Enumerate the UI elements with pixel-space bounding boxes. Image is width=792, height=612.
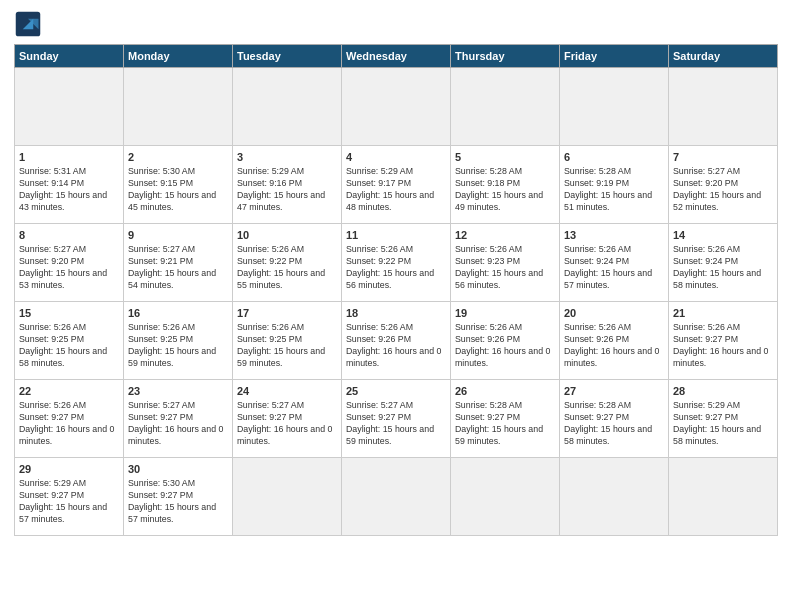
day-cell	[342, 68, 451, 146]
day-cell: 10Sunrise: 5:26 AMSunset: 9:22 PMDayligh…	[233, 224, 342, 302]
day-cell	[560, 68, 669, 146]
day-cell	[233, 458, 342, 536]
calendar: SundayMondayTuesdayWednesdayThursdayFrid…	[14, 44, 778, 536]
day-info: Sunrise: 5:29 AMSunset: 9:16 PMDaylight:…	[237, 166, 337, 214]
day-number: 5	[455, 150, 555, 165]
day-info: Sunrise: 5:28 AMSunset: 9:18 PMDaylight:…	[455, 166, 555, 214]
day-info: Sunrise: 5:26 AMSunset: 9:25 PMDaylight:…	[237, 322, 337, 370]
day-cell: 22Sunrise: 5:26 AMSunset: 9:27 PMDayligh…	[15, 380, 124, 458]
week-row-2: 8Sunrise: 5:27 AMSunset: 9:20 PMDaylight…	[15, 224, 778, 302]
col-header-thursday: Thursday	[451, 45, 560, 68]
day-cell: 6Sunrise: 5:28 AMSunset: 9:19 PMDaylight…	[560, 146, 669, 224]
day-cell: 3Sunrise: 5:29 AMSunset: 9:16 PMDaylight…	[233, 146, 342, 224]
day-info: Sunrise: 5:30 AMSunset: 9:27 PMDaylight:…	[128, 478, 228, 526]
day-number: 14	[673, 228, 773, 243]
logo	[14, 10, 46, 38]
day-number: 20	[564, 306, 664, 321]
day-number: 6	[564, 150, 664, 165]
col-header-sunday: Sunday	[15, 45, 124, 68]
day-info: Sunrise: 5:26 AMSunset: 9:24 PMDaylight:…	[564, 244, 664, 292]
day-info: Sunrise: 5:26 AMSunset: 9:26 PMDaylight:…	[346, 322, 446, 370]
col-header-friday: Friday	[560, 45, 669, 68]
day-cell: 8Sunrise: 5:27 AMSunset: 9:20 PMDaylight…	[15, 224, 124, 302]
day-number: 21	[673, 306, 773, 321]
day-cell: 17Sunrise: 5:26 AMSunset: 9:25 PMDayligh…	[233, 302, 342, 380]
day-cell: 18Sunrise: 5:26 AMSunset: 9:26 PMDayligh…	[342, 302, 451, 380]
day-number: 15	[19, 306, 119, 321]
day-info: Sunrise: 5:30 AMSunset: 9:15 PMDaylight:…	[128, 166, 228, 214]
calendar-header-row: SundayMondayTuesdayWednesdayThursdayFrid…	[15, 45, 778, 68]
day-info: Sunrise: 5:26 AMSunset: 9:27 PMDaylight:…	[673, 322, 773, 370]
day-number: 2	[128, 150, 228, 165]
day-number: 30	[128, 462, 228, 477]
day-cell	[669, 458, 778, 536]
week-row-1: 1Sunrise: 5:31 AMSunset: 9:14 PMDaylight…	[15, 146, 778, 224]
col-header-tuesday: Tuesday	[233, 45, 342, 68]
day-cell: 29Sunrise: 5:29 AMSunset: 9:27 PMDayligh…	[15, 458, 124, 536]
day-cell	[560, 458, 669, 536]
day-cell: 23Sunrise: 5:27 AMSunset: 9:27 PMDayligh…	[124, 380, 233, 458]
day-info: Sunrise: 5:27 AMSunset: 9:27 PMDaylight:…	[128, 400, 228, 448]
day-number: 10	[237, 228, 337, 243]
day-cell: 5Sunrise: 5:28 AMSunset: 9:18 PMDaylight…	[451, 146, 560, 224]
day-info: Sunrise: 5:27 AMSunset: 9:27 PMDaylight:…	[237, 400, 337, 448]
day-info: Sunrise: 5:26 AMSunset: 9:25 PMDaylight:…	[128, 322, 228, 370]
day-cell	[451, 458, 560, 536]
day-info: Sunrise: 5:27 AMSunset: 9:27 PMDaylight:…	[346, 400, 446, 448]
day-info: Sunrise: 5:26 AMSunset: 9:23 PMDaylight:…	[455, 244, 555, 292]
day-cell: 19Sunrise: 5:26 AMSunset: 9:26 PMDayligh…	[451, 302, 560, 380]
day-info: Sunrise: 5:28 AMSunset: 9:27 PMDaylight:…	[564, 400, 664, 448]
day-cell: 7Sunrise: 5:27 AMSunset: 9:20 PMDaylight…	[669, 146, 778, 224]
day-info: Sunrise: 5:26 AMSunset: 9:26 PMDaylight:…	[564, 322, 664, 370]
week-row-0	[15, 68, 778, 146]
day-number: 11	[346, 228, 446, 243]
day-number: 1	[19, 150, 119, 165]
day-cell: 13Sunrise: 5:26 AMSunset: 9:24 PMDayligh…	[560, 224, 669, 302]
col-header-monday: Monday	[124, 45, 233, 68]
day-number: 22	[19, 384, 119, 399]
day-cell: 4Sunrise: 5:29 AMSunset: 9:17 PMDaylight…	[342, 146, 451, 224]
day-info: Sunrise: 5:26 AMSunset: 9:25 PMDaylight:…	[19, 322, 119, 370]
day-number: 27	[564, 384, 664, 399]
day-cell: 2Sunrise: 5:30 AMSunset: 9:15 PMDaylight…	[124, 146, 233, 224]
day-info: Sunrise: 5:27 AMSunset: 9:20 PMDaylight:…	[673, 166, 773, 214]
day-info: Sunrise: 5:26 AMSunset: 9:24 PMDaylight:…	[673, 244, 773, 292]
day-number: 28	[673, 384, 773, 399]
day-cell: 12Sunrise: 5:26 AMSunset: 9:23 PMDayligh…	[451, 224, 560, 302]
day-info: Sunrise: 5:29 AMSunset: 9:27 PMDaylight:…	[19, 478, 119, 526]
week-row-4: 22Sunrise: 5:26 AMSunset: 9:27 PMDayligh…	[15, 380, 778, 458]
day-info: Sunrise: 5:31 AMSunset: 9:14 PMDaylight:…	[19, 166, 119, 214]
day-cell	[451, 68, 560, 146]
day-number: 26	[455, 384, 555, 399]
day-cell: 25Sunrise: 5:27 AMSunset: 9:27 PMDayligh…	[342, 380, 451, 458]
day-cell: 28Sunrise: 5:29 AMSunset: 9:27 PMDayligh…	[669, 380, 778, 458]
day-info: Sunrise: 5:26 AMSunset: 9:22 PMDaylight:…	[346, 244, 446, 292]
day-cell: 16Sunrise: 5:26 AMSunset: 9:25 PMDayligh…	[124, 302, 233, 380]
day-cell: 15Sunrise: 5:26 AMSunset: 9:25 PMDayligh…	[15, 302, 124, 380]
day-info: Sunrise: 5:27 AMSunset: 9:20 PMDaylight:…	[19, 244, 119, 292]
day-info: Sunrise: 5:29 AMSunset: 9:17 PMDaylight:…	[346, 166, 446, 214]
day-number: 12	[455, 228, 555, 243]
day-cell: 26Sunrise: 5:28 AMSunset: 9:27 PMDayligh…	[451, 380, 560, 458]
day-info: Sunrise: 5:28 AMSunset: 9:19 PMDaylight:…	[564, 166, 664, 214]
day-cell: 24Sunrise: 5:27 AMSunset: 9:27 PMDayligh…	[233, 380, 342, 458]
day-cell	[233, 68, 342, 146]
col-header-saturday: Saturday	[669, 45, 778, 68]
day-info: Sunrise: 5:28 AMSunset: 9:27 PMDaylight:…	[455, 400, 555, 448]
logo-icon	[14, 10, 42, 38]
day-info: Sunrise: 5:27 AMSunset: 9:21 PMDaylight:…	[128, 244, 228, 292]
col-header-wednesday: Wednesday	[342, 45, 451, 68]
week-row-5: 29Sunrise: 5:29 AMSunset: 9:27 PMDayligh…	[15, 458, 778, 536]
day-info: Sunrise: 5:26 AMSunset: 9:27 PMDaylight:…	[19, 400, 119, 448]
day-number: 23	[128, 384, 228, 399]
day-number: 8	[19, 228, 119, 243]
day-number: 19	[455, 306, 555, 321]
day-cell: 27Sunrise: 5:28 AMSunset: 9:27 PMDayligh…	[560, 380, 669, 458]
day-cell: 9Sunrise: 5:27 AMSunset: 9:21 PMDaylight…	[124, 224, 233, 302]
day-number: 24	[237, 384, 337, 399]
day-cell: 21Sunrise: 5:26 AMSunset: 9:27 PMDayligh…	[669, 302, 778, 380]
day-number: 3	[237, 150, 337, 165]
day-number: 4	[346, 150, 446, 165]
day-number: 18	[346, 306, 446, 321]
day-info: Sunrise: 5:29 AMSunset: 9:27 PMDaylight:…	[673, 400, 773, 448]
